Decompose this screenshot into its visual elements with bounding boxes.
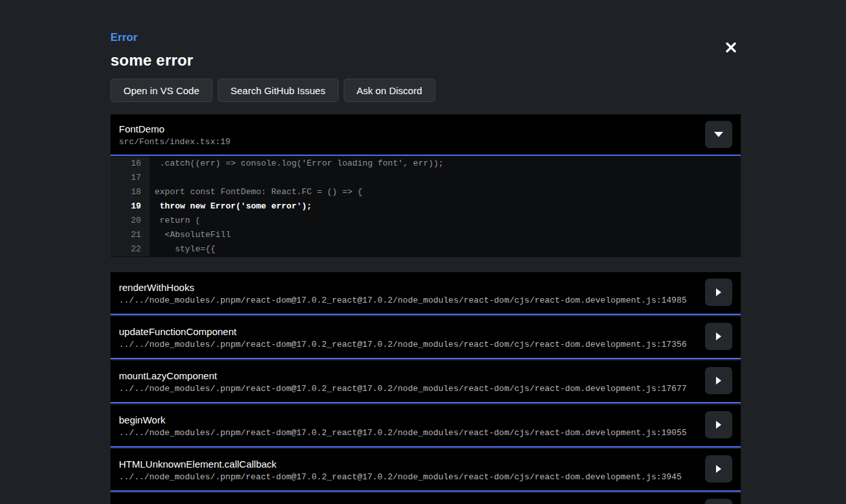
stack-frame-row: mountLazyComponent ../../node_modules/.p… [110,360,741,403]
ask-on-discord-button[interactable]: Ask on Discord [344,79,435,102]
open-in-vscode-button[interactable]: Open in VS Code [110,79,212,102]
expand-frame-button[interactable] [705,323,732,350]
stack-frame-row: renderWithHooks ../../node_modules/.pnpm… [110,272,741,315]
error-overlay: { "colors": { "background": "#1e2227", "… [0,0,846,504]
collapse-frame-button[interactable] [705,121,732,148]
code-line: 20 return ( [110,214,741,228]
code-line-highlighted: 19 throw new Error('some error'); [110,199,741,214]
expand-frame-button[interactable] [705,455,732,483]
expand-frame-button[interactable] [705,279,732,306]
line-number: 19 [110,199,149,214]
line-number: 18 [110,185,149,199]
code-text: style={{ [149,242,741,257]
close-icon [724,41,737,54]
stack-frame-row: beginWork ../../node_modules/.pnpm/react… [110,405,741,447]
frame-function-name: mountLazyComponent [119,370,741,381]
close-button[interactable] [721,38,741,57]
code-line: 17 [110,171,741,185]
code-line: 18export const FontDemo: React.FC = () =… [110,185,741,199]
code-text [149,171,741,185]
line-number: 17 [110,171,149,185]
frame-function-name: FontDemo [119,123,741,134]
chevron-right-icon [716,465,721,473]
chevron-right-icon [716,288,721,296]
frame-function-name: renderWithHooks [119,282,741,293]
code-text: throw new Error('some error'); [149,199,741,214]
frame-source-path: ../../node_modules/.pnpm/react-dom@17.0.… [119,428,741,438]
frame-function-name: updateFunctionComponent [119,326,741,337]
line-number: 20 [110,214,149,228]
expand-frame-button[interactable] [705,499,732,504]
code-snippet: 16 .catch((err) => console.log('Error lo… [110,156,741,257]
error-kind-label: Error [110,31,138,44]
frame-source-location: src/Fonts/index.tsx:19 [119,137,741,147]
expand-frame-button[interactable] [705,411,732,438]
code-line: 21 <AbsoluteFill [110,228,741,242]
stack-frame-row: updateFunctionComponent ../../node_modul… [110,316,741,359]
code-text: <AbsoluteFill [149,228,741,242]
line-number: 21 [110,228,149,242]
code-text: .catch((err) => console.log('Error loadi… [149,157,741,171]
chevron-right-icon [716,421,721,429]
frame-source-path: ../../node_modules/.pnpm/react-dom@17.0.… [119,340,741,349]
stack-frame-list: renderWithHooks ../../node_modules/.pnpm… [110,272,741,504]
code-text: export const FontDemo: React.FC = () => … [149,185,741,199]
frame-source-path: ../../node_modules/.pnpm/react-dom@17.0.… [119,472,741,482]
stack-frame-row-partial [110,493,741,504]
line-number: 22 [110,242,149,257]
expand-frame-button[interactable] [705,367,732,394]
chevron-down-icon [714,132,723,137]
search-github-issues-button[interactable]: Search GitHub Issues [218,79,339,102]
line-number: 16 [110,157,149,171]
frame-source-path: ../../node_modules/.pnpm/react-dom@17.0.… [119,384,741,394]
error-message-title: some error [110,51,193,69]
stack-frame-row: HTMLUnknownElement.callCallback ../../no… [110,449,741,492]
code-line: 22 style={{ [110,242,741,257]
expanded-frame-header: FontDemo src/Fonts/index.tsx:19 [110,114,741,156]
code-line: 16 .catch((err) => console.log('Error lo… [110,157,741,171]
code-text: return ( [149,214,741,228]
frame-function-name: beginWork [119,414,741,425]
chevron-right-icon [716,377,721,384]
frame-source-path: ../../node_modules/.pnpm/react-dom@17.0.… [119,296,741,305]
action-buttons: Open in VS Code Search GitHub Issues Ask… [110,79,435,102]
expanded-stack-frame: FontDemo src/Fonts/index.tsx:19 16 .catc… [110,114,741,257]
frame-function-name: HTMLUnknownElement.callCallback [119,459,741,470]
chevron-right-icon [716,333,721,340]
